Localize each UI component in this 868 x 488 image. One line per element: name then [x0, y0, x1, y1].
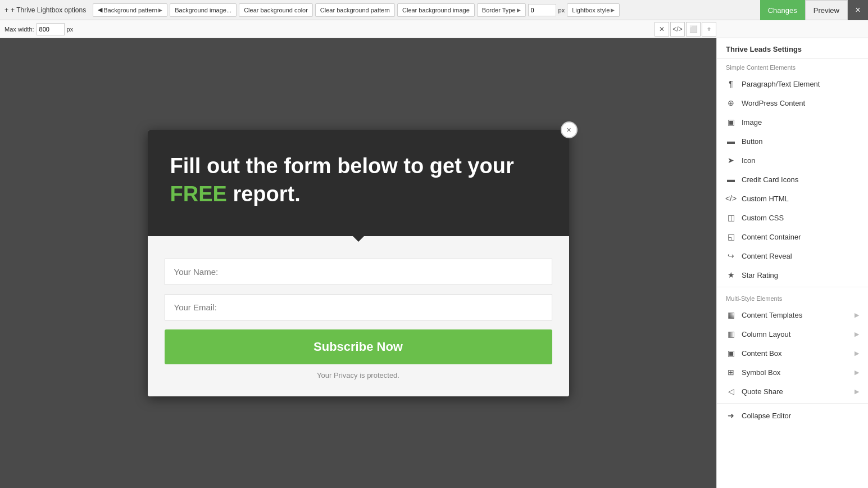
- top-right-buttons: Changes Preview ×: [760, 0, 868, 20]
- clear-bg-image-btn[interactable]: Clear background image: [397, 3, 475, 17]
- symbol-box-arrow: ▶: [855, 369, 859, 376]
- lightbox-body: Subscribe Now Your Privacy is protected.: [148, 236, 569, 396]
- top-close-button[interactable]: ×: [848, 0, 868, 20]
- sidebar-item-collapse-editor-label: Collapse Editor: [742, 412, 791, 420]
- content-reveal-icon: ↪: [726, 251, 736, 261]
- sidebar-item-custom-html-label: Custom HTML: [742, 195, 789, 203]
- sidebar-item-column-layout-label: Column Layout: [742, 330, 790, 338]
- toolbar-title: + + Thrive Lightbox options: [4, 6, 86, 14]
- column-layout-icon: ▥: [726, 329, 736, 339]
- sidebar-item-content-templates[interactable]: ▦ Content Templates ▶: [717, 305, 868, 324]
- button-icon: ▬: [726, 136, 736, 146]
- sidebar-item-symbol-box-label: Symbol Box: [742, 368, 780, 377]
- quote-share-arrow: ▶: [855, 388, 859, 395]
- collapse-editor-icon: ➜: [726, 410, 736, 421]
- star-rating-icon: ★: [726, 270, 736, 280]
- email-input[interactable]: [165, 294, 552, 320]
- icon-icon: ➤: [726, 155, 736, 165]
- content-box-icon: ▣: [726, 348, 736, 358]
- sidebar-item-image-label: Image: [742, 118, 762, 126]
- custom-css-icon: ◫: [726, 213, 736, 223]
- sidebar-item-custom-html[interactable]: </> Custom HTML: [717, 189, 868, 208]
- border-type-btn[interactable]: Border Type ▶: [477, 3, 526, 17]
- sidebar-item-content-box-label: Content Box: [742, 349, 782, 358]
- icon-toolbar: ✕ </> ⬜ +: [655, 20, 716, 38]
- image-icon: ▣: [726, 117, 736, 127]
- headline-text-part1: Fill out the form below to get your: [170, 154, 514, 178]
- clear-bg-pattern-btn[interactable]: Clear background pattern: [315, 3, 395, 17]
- sidebar-item-paragraph[interactable]: ¶ Paragraph/Text Element: [717, 74, 868, 93]
- sidebar-item-wordpress[interactable]: ⊕ WordPress Content: [717, 93, 868, 112]
- simple-elements-section-title: Simple Content Elements: [717, 58, 868, 74]
- headline-free: FREE: [170, 182, 227, 206]
- multi-elements-section-title: Multi-Style Elements: [717, 290, 868, 305]
- sidebar-item-button-label: Button: [742, 137, 763, 146]
- sidebar-item-star-rating-label: Star Rating: [742, 271, 778, 279]
- sidebar-item-collapse-editor[interactable]: ➜ Collapse Editor: [717, 406, 868, 425]
- content-templates-icon: ▦: [726, 310, 736, 320]
- sidebar-item-paragraph-label: Paragraph/Text Element: [742, 80, 820, 88]
- quote-share-icon: ◁: [726, 386, 736, 396]
- credit-card-icon: ▬: [726, 174, 736, 184]
- toolbar-icon-plus[interactable]: +: [702, 22, 716, 37]
- lightbox-style-btn[interactable]: Lightbox style ▶: [567, 3, 620, 17]
- bg-image-btn[interactable]: Background image...: [170, 3, 237, 17]
- changes-button[interactable]: Changes: [760, 0, 805, 20]
- custom-html-icon: </>: [726, 193, 736, 204]
- sidebar-item-content-container[interactable]: ◱ Content Container: [717, 227, 868, 246]
- toolbar-icon-screen[interactable]: ⬜: [686, 22, 701, 37]
- toolbar-icon-close[interactable]: ✕: [655, 22, 669, 37]
- column-layout-arrow: ▶: [855, 331, 859, 338]
- name-input[interactable]: [165, 259, 552, 285]
- lightbox-header: Fill out the form below to get your FREE…: [148, 130, 569, 236]
- main-canvas: × Fill out the form below to get your FR…: [0, 38, 716, 488]
- lightbox-headline: Fill out the form below to get your FREE…: [170, 152, 547, 208]
- sidebar-item-content-templates-label: Content Templates: [742, 311, 802, 319]
- sidebar-item-image[interactable]: ▣ Image: [717, 112, 868, 132]
- sidebar-item-credit-card[interactable]: ▬ Credit Card Icons: [717, 170, 868, 189]
- right-sidebar: Thrive Leads Settings Simple Content Ele…: [716, 38, 868, 488]
- lightbox-modal: × Fill out the form below to get your FR…: [148, 130, 569, 396]
- bg-pattern-arrow-left: ◀: [98, 6, 102, 13]
- border-value-input[interactable]: [528, 4, 556, 16]
- top-toolbar: + + Thrive Lightbox options ◀ Background…: [0, 0, 868, 20]
- paragraph-icon: ¶: [726, 79, 736, 89]
- toolbar-icon-code[interactable]: </>: [670, 22, 685, 37]
- sidebar-item-custom-css[interactable]: ◫ Custom CSS: [717, 208, 868, 227]
- clear-bg-color-btn[interactable]: Clear background color: [239, 3, 313, 17]
- sidebar-item-custom-css-label: Custom CSS: [742, 214, 784, 222]
- sidebar-item-quote-share-label: Quote Share: [742, 387, 783, 396]
- sidebar-item-quote-share[interactable]: ◁ Quote Share ▶: [717, 382, 868, 401]
- content-container-icon: ◱: [726, 232, 736, 242]
- sidebar-item-credit-card-label: Credit Card Icons: [742, 175, 798, 184]
- sidebar-item-button[interactable]: ▬ Button: [717, 132, 868, 151]
- sidebar-item-symbol-box[interactable]: ⊞ Symbol Box ▶: [717, 363, 868, 382]
- privacy-text: Your Privacy is protected.: [165, 371, 552, 379]
- sidebar-divider-2: [717, 403, 868, 404]
- sidebar-item-icon-label: Icon: [742, 156, 756, 165]
- sidebar-item-icon[interactable]: ➤ Icon: [717, 151, 868, 170]
- sidebar-item-content-reveal-label: Content Reveal: [742, 252, 792, 260]
- plus-icon: +: [4, 6, 8, 14]
- max-width-unit: px: [67, 26, 74, 33]
- max-width-input[interactable]: [37, 23, 65, 35]
- wordpress-icon: ⊕: [726, 98, 736, 108]
- border-type-arrow: ▶: [517, 7, 521, 13]
- sidebar-divider-1: [717, 287, 868, 287]
- content-templates-arrow: ▶: [855, 311, 859, 319]
- border-unit-label: px: [558, 7, 565, 13]
- sidebar-item-content-box[interactable]: ▣ Content Box ▶: [717, 344, 868, 363]
- sidebar-item-content-container-label: Content Container: [742, 233, 801, 241]
- subscribe-button[interactable]: Subscribe Now: [165, 329, 552, 364]
- toolbar2: Max width: px: [0, 20, 868, 38]
- bg-pattern-btn[interactable]: ◀ Background pattern ▶: [93, 3, 167, 17]
- lightbox-close-button[interactable]: ×: [561, 121, 578, 138]
- max-width-label: Max width:: [4, 26, 34, 33]
- sidebar-title: Thrive Leads Settings: [717, 38, 868, 58]
- border-value-group: px: [528, 4, 565, 16]
- preview-button[interactable]: Preview: [805, 0, 848, 20]
- sidebar-item-column-layout[interactable]: ▥ Column Layout ▶: [717, 324, 868, 344]
- sidebar-item-content-reveal[interactable]: ↪ Content Reveal: [717, 246, 868, 265]
- sidebar-item-star-rating[interactable]: ★ Star Rating: [717, 265, 868, 284]
- lightbox-style-arrow: ▶: [611, 7, 615, 13]
